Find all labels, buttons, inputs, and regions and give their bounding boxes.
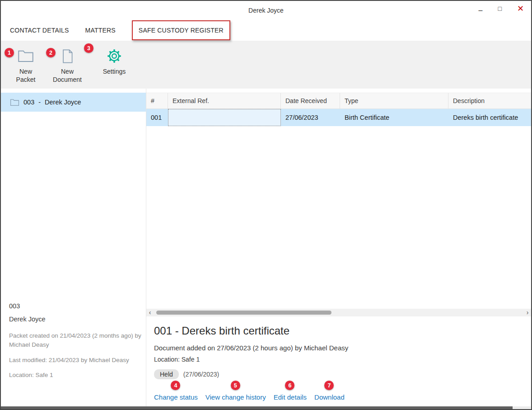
annotation-tab-highlight: SAFE CUSTODY REGISTER [132,20,230,40]
download-label: Download [314,393,345,401]
view-change-history-label: View change history [205,393,266,401]
external-ref-cell[interactable] [168,109,281,126]
cell-number: 001 [146,109,168,126]
packet-list-item[interactable]: 003 - Derek Joyce [1,93,146,112]
title-bar[interactable]: Derek Joyce – □ ✕ [1,1,531,20]
packet-details-code: 003 [9,302,142,311]
packet-created-text: Packet created on 21/04/2023 (2 months a… [9,331,142,350]
settings-gear-icon [107,46,122,66]
tab-matters[interactable]: MATTERS [85,27,116,34]
table-empty-area [146,126,531,309]
change-status-label: Change status [154,393,198,401]
packet-separator: - [38,99,41,106]
column-header-external-ref[interactable]: External Ref. [168,93,281,108]
minimize-button[interactable]: – [479,7,483,14]
table-row[interactable]: 001 27/06/2023 Birth Certificate Dereks … [146,109,531,126]
close-button[interactable]: ✕ [517,5,524,13]
new-document-label: New Document [49,68,86,84]
cell-type: Birth Certificate [340,109,448,126]
view-change-history-link[interactable]: 5 View change history [205,393,266,401]
content-area: 003 - Derek Joyce 003 Derek Joyce Packet… [1,89,531,406]
document-title: 001 - Dereks birth certificate [154,325,531,337]
window-horizontal-scrollbar[interactable] [1,406,531,409]
annotation-badge-6: 6 [285,381,294,390]
status-date: (27/06/2023) [183,371,219,378]
table-horizontal-scrollbar[interactable]: ‹ › [146,309,531,316]
document-added-text: Document added on 27/06/2023 (2 hours ag… [154,344,531,352]
packet-details: 003 Derek Joyce Packet created on 21/04/… [9,302,142,386]
maximize-button[interactable]: □ [498,5,501,12]
tab-strip: CONTACT DETAILS MATTERS SAFE CUSTODY REG… [1,20,531,41]
document-location-text: Location: Safe 1 [154,356,531,363]
change-status-link[interactable]: 4 Change status [154,393,198,401]
documents-table-header: # External Ref. Date Received Type Descr… [146,93,531,109]
edit-details-label: Edit details [274,393,307,401]
column-header-type[interactable]: Type [340,93,448,108]
packet-name: Derek Joyce [45,99,81,106]
column-header-description[interactable]: Description [448,93,531,108]
main-panel: # External Ref. Date Received Type Descr… [146,89,531,406]
status-badge: Held [154,369,179,379]
new-packet-folder-icon [18,46,34,66]
annotation-badge-2: 2 [46,48,56,57]
tab-contact-details[interactable]: CONTACT DETAILS [10,27,69,34]
document-detail-panel: 001 - Dereks birth certificate Document … [146,316,531,406]
new-document-button[interactable]: 2 New Document [49,46,86,84]
settings-label: Settings [103,68,126,76]
scroll-left-arrow-icon[interactable]: ‹ [146,309,154,316]
app-window: Derek Joyce – □ ✕ CONTACT DETAILS MATTER… [0,0,532,410]
annotation-badge-7: 7 [324,381,334,390]
annotation-badge-4: 4 [171,381,180,390]
toolbar: 1 New Packet 2 New Document 3 [1,41,531,89]
packet-folder-icon [10,99,19,106]
document-actions: 4 Change status 5 View change history 6 … [154,393,531,401]
cell-date-received: 27/06/2023 [281,109,340,126]
window-controls: – □ ✕ [479,5,524,13]
cell-description: Dereks birth certificate [448,109,531,126]
settings-button[interactable]: 3 [97,46,132,76]
column-header-number[interactable]: # [146,93,168,108]
new-document-icon [61,46,74,66]
tab-safe-custody-register[interactable]: SAFE CUSTODY REGISTER [139,27,224,34]
status-row: Held (27/06/2023) [154,369,531,379]
annotation-badge-3: 3 [84,43,93,53]
packet-modified-text: Last modified: 21/04/2023 by Michael Dea… [9,356,142,365]
packet-details-name: Derek Joyce [9,315,142,325]
window-title: Derek Joyce [248,7,284,14]
new-packet-label: New Packet [11,68,41,84]
window-scrollbar-thumb[interactable] [1,406,513,409]
annotation-badge-1: 1 [5,48,14,57]
download-link[interactable]: 7 Download [314,393,345,401]
new-packet-button[interactable]: 1 New Packet [11,46,41,84]
packet-location-text: Location: Safe 1 [9,371,142,380]
scrollbar-thumb[interactable] [156,311,331,315]
packet-code: 003 [23,99,34,106]
packet-sidebar: 003 - Derek Joyce 003 Derek Joyce Packet… [1,89,146,406]
column-header-date-received[interactable]: Date Received [281,93,340,108]
scroll-right-arrow-icon[interactable]: › [524,309,531,316]
edit-details-link[interactable]: 6 Edit details [274,393,307,401]
annotation-badge-5: 5 [231,381,240,390]
